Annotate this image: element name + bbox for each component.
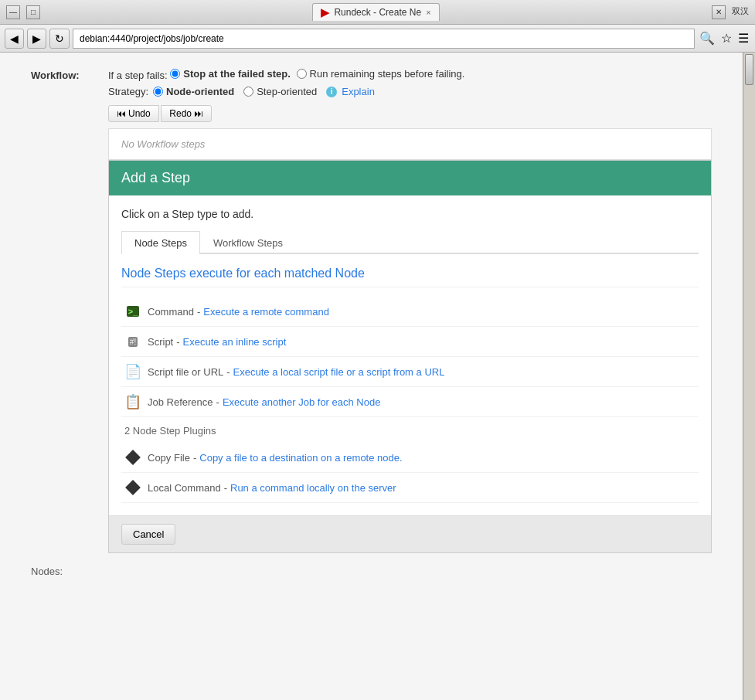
title-left: — □ <box>6 5 40 19</box>
scriptfile-icon: 📄 <box>124 363 141 380</box>
node-oriented-option[interactable]: Node-oriented <box>153 86 234 97</box>
no-steps-area: No Workflow steps <box>108 128 712 160</box>
page-content: Workflow: If a step fails: Stop at the f… <box>0 53 743 700</box>
scriptfile-label: Script file or URL <box>148 366 223 378</box>
copyfile-label: Copy File <box>148 452 190 464</box>
undo-arrow: ⏮ <box>117 108 126 119</box>
undo-label: Undo <box>128 108 151 119</box>
copyfile-dash: - <box>193 452 196 464</box>
localcmd-label: Local Command <box>148 482 221 494</box>
workflow-label: Workflow: <box>31 68 108 81</box>
linux-icon: 双汉 <box>732 5 749 19</box>
run-radio[interactable] <box>297 69 307 79</box>
command-link[interactable]: Execute a remote command <box>203 306 329 318</box>
click-hint: Click on a Step type to add. <box>121 208 699 220</box>
list-item: #! Script - Execute an inline script <box>121 327 699 357</box>
back-button[interactable]: ◀ <box>5 29 24 49</box>
jobref-dash: - <box>216 396 219 408</box>
fail-options: If a step fails: Stop at the failed step… <box>108 68 712 81</box>
tab-node-steps[interactable]: Node Steps <box>121 231 200 254</box>
strategy-prefix: Strategy: <box>108 86 148 97</box>
script-label: Script <box>148 336 173 348</box>
step-oriented-radio[interactable] <box>243 87 253 97</box>
redo-label: Redo <box>169 108 192 119</box>
tab-title: Rundeck - Create Ne <box>334 7 421 18</box>
section-title-text: Node Steps execute for each matched Node <box>121 267 365 280</box>
localcmd-dash: - <box>224 482 227 494</box>
address-bar[interactable] <box>73 29 695 49</box>
step-oriented-label: Step-oriented <box>257 86 317 97</box>
node-steps-section-title: Node Steps execute for each matched Node <box>121 267 699 287</box>
add-step-header: Add a Step <box>109 161 711 195</box>
command-icon: >_ <box>124 303 141 320</box>
step-oriented-option[interactable]: Step-oriented <box>243 86 317 97</box>
browser-titlebar: — □ ▶ Rundeck - Create Ne × ✕ 双汉 <box>0 0 755 25</box>
undo-redo-bar: ⏮ Undo Redo ⏭ <box>108 105 712 122</box>
tab-close-icon[interactable]: × <box>426 8 430 17</box>
workflow-content: If a step fails: Stop at the failed step… <box>108 68 712 553</box>
run-label: Run remaining steps before failing. <box>310 68 465 80</box>
menu-icon[interactable]: ☰ <box>736 29 750 47</box>
list-item: Copy File - Copy a file to a destination… <box>121 443 699 473</box>
add-step-body: Click on a Step type to add. Node Steps … <box>109 195 711 515</box>
script-icon: #! <box>124 333 141 350</box>
localcmd-link[interactable]: Run a command locally on the server <box>230 482 396 494</box>
list-item: 📋 Job Reference - Execute another Job fo… <box>121 387 699 417</box>
favicon: ▶ <box>321 6 329 19</box>
tab-workflow-steps-label: Workflow Steps <box>213 237 283 249</box>
scriptfile-link[interactable]: Execute a local script file or a script … <box>233 366 445 378</box>
scrollbar-thumb[interactable] <box>745 54 753 85</box>
copyfile-link[interactable]: Copy a file to a destination on a remote… <box>199 452 402 464</box>
scriptfile-dash: - <box>226 366 230 378</box>
node-oriented-radio[interactable] <box>153 87 163 97</box>
list-item: 📄 Script file or URL - Execute a local s… <box>121 357 699 387</box>
workflow-row: Workflow: If a step fails: Stop at the f… <box>31 68 712 553</box>
tab-node-steps-label: Node Steps <box>134 237 187 249</box>
jobref-label: Job Reference <box>148 396 213 408</box>
command-dash: - <box>197 306 200 318</box>
browser-tab: ▶ Rundeck - Create Ne × <box>312 3 439 21</box>
bottom-nodes-label: Nodes: <box>31 566 63 577</box>
list-item: Local Command - Run a command locally on… <box>121 473 699 503</box>
toolbar-icons: 🔍 ☆ ☰ <box>698 29 750 47</box>
jobref-link[interactable]: Execute another Job for each Node <box>223 396 381 408</box>
forward-button[interactable]: ▶ <box>27 29 46 49</box>
redo-button[interactable]: Redo ⏭ <box>161 105 212 122</box>
minimize-btn[interactable]: — <box>6 5 20 19</box>
window-controls: ✕ 双汉 <box>712 5 749 19</box>
script-dash: - <box>176 336 179 348</box>
redo-arrow: ⏭ <box>194 108 203 119</box>
search-icon[interactable]: 🔍 <box>698 29 716 47</box>
plugins-section-title: 2 Node Step Plugins <box>121 417 699 443</box>
stop-label: Stop at the failed step. <box>183 68 291 80</box>
copyfile-icon <box>124 449 141 466</box>
cancel-button[interactable]: Cancel <box>121 524 175 545</box>
run-option[interactable]: Run remaining steps before failing. <box>297 68 465 80</box>
browser-toolbar: ◀ ▶ ↻ 🔍 ☆ ☰ <box>0 25 755 53</box>
explain-link[interactable]: Explain <box>342 86 375 97</box>
command-label: Command <box>148 306 194 318</box>
refresh-button[interactable]: ↻ <box>49 29 70 49</box>
add-step-title: Add a Step <box>121 170 190 185</box>
node-oriented-label: Node-oriented <box>166 86 234 97</box>
fail-prefix: If a step fails: <box>108 70 168 81</box>
tab-workflow-steps[interactable]: Workflow Steps <box>200 231 296 254</box>
scrollbar-track[interactable] <box>743 53 755 700</box>
cancel-footer: Cancel <box>109 515 711 552</box>
close-btn[interactable]: ✕ <box>712 5 726 19</box>
list-item: >_ Command - Execute a remote command <box>121 297 699 327</box>
stop-radio[interactable] <box>170 69 180 79</box>
stop-option[interactable]: Stop at the failed step. <box>170 68 291 80</box>
browser-window: — □ ▶ Rundeck - Create Ne × ✕ 双汉 ◀ ▶ ↻ 🔍… <box>0 0 755 700</box>
jobref-icon: 📋 <box>124 393 141 410</box>
strategy-row: Strategy: Node-oriented Step-oriented i … <box>108 86 712 97</box>
bottom-partial: Nodes: <box>31 566 712 577</box>
step-tabs: Node Steps Workflow Steps <box>121 231 699 254</box>
script-link[interactable]: Execute an inline script <box>183 336 287 348</box>
undo-button[interactable]: ⏮ Undo <box>108 105 159 122</box>
add-step-panel: Add a Step Click on a Step type to add. … <box>108 160 712 553</box>
maximize-btn[interactable]: □ <box>26 5 40 19</box>
info-icon: i <box>326 87 337 97</box>
browser-body: Workflow: If a step fails: Stop at the f… <box>0 53 755 700</box>
star-icon[interactable]: ☆ <box>719 29 733 47</box>
